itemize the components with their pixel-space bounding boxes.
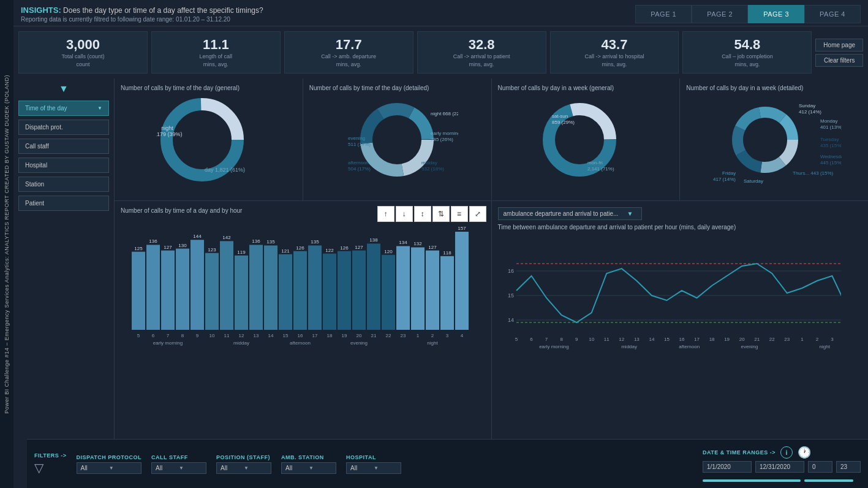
svg-text:1: 1 (801, 337, 804, 342)
filters-group: FILTERS -> ▽ (34, 452, 67, 475)
sort-both-button[interactable]: ↕ (414, 206, 431, 222)
page-4-btn[interactable]: PAGE 4 (804, 5, 861, 23)
svg-text:123: 123 (208, 247, 216, 253)
position-arrow-icon: ▼ (244, 465, 267, 471)
svg-rect-91 (338, 251, 351, 330)
station-select[interactable]: All ▼ (281, 462, 336, 474)
donut-detailed: night 668 (22%) early morning 785 (26%) … (309, 95, 485, 181)
sort-asc-button[interactable]: ↑ (377, 206, 394, 222)
hospital-filter[interactable]: Hospital (18, 158, 109, 173)
dispatch-protocol-filter[interactable]: Dispatch prot. (18, 120, 109, 135)
station-group: AMB. STATION All ▼ (281, 454, 336, 474)
page-3-btn[interactable]: PAGE 3 (748, 5, 804, 23)
header: INSIGHTS: Does the day type or time of a… (13, 0, 868, 26)
insights-label: INSIGHTS: (21, 6, 61, 15)
header-title: INSIGHTS: Does the day type or time of a… (21, 5, 263, 16)
svg-rect-64 (205, 253, 219, 330)
svg-text:417 (14%): 417 (14%) (713, 177, 736, 182)
svg-text:504 (17%): 504 (17%) (348, 166, 371, 172)
expand-button[interactable]: ⇅ (432, 206, 450, 222)
home-page-button[interactable]: Home page (815, 39, 863, 51)
donut-week-detailed: Sunday 412 (14%) Monday 401 (13%) Tuesda… (686, 95, 862, 181)
svg-text:511 (17%): 511 (17%) (348, 142, 371, 147)
svg-text:23: 23 (401, 333, 406, 338)
svg-text:134: 134 (399, 240, 407, 246)
patient-filter[interactable]: Patient (18, 196, 109, 211)
time-to-input[interactable] (836, 461, 861, 473)
kpi-job-completion-label: Call – job completionmins, avg. (690, 53, 804, 68)
fullscreen-button[interactable]: ⤢ (469, 206, 486, 222)
svg-rect-61 (191, 240, 204, 330)
svg-text:126: 126 (296, 245, 304, 251)
time-from-input[interactable] (808, 461, 832, 473)
svg-text:8: 8 (181, 333, 184, 338)
chart-metric-selector[interactable]: ambulance departure and arrival to patie… (498, 207, 643, 220)
callstaff-select[interactable]: All ▼ (151, 462, 206, 474)
svg-text:135: 135 (311, 240, 319, 245)
svg-rect-97 (367, 244, 380, 330)
svg-text:22: 22 (769, 337, 774, 342)
hospital-arrow-icon: ▼ (374, 465, 397, 471)
svg-rect-52 (146, 245, 160, 330)
filter-funnel-icon: ▽ (34, 460, 67, 475)
svg-text:17: 17 (694, 337, 700, 342)
svg-text:20: 20 (739, 337, 744, 342)
svg-text:3: 3 (446, 333, 449, 338)
footer: FILTERS -> ▽ DISPATCH PROTOCOL All ▼ CAL… (27, 439, 868, 488)
svg-text:Wednesday: Wednesday (820, 154, 842, 159)
clock-icon: 🕐 (798, 446, 811, 459)
header-subtitle: Reporting data is currently filtred to f… (21, 16, 263, 23)
bar-chart-panel: ↑ ↓ ↕ ⇅ ≡ ⤢ Number of calls by time of a… (115, 201, 492, 444)
menu-button[interactable]: ≡ (451, 206, 468, 222)
filters-label-row: FILTERS -> (34, 452, 67, 459)
dispatch-protocol-select[interactable]: All ▼ (77, 462, 142, 474)
dispatch-protocol-group: DISPATCH PROTOCOL All ▼ (77, 454, 142, 474)
station-footer-label: AMB. STATION (281, 454, 336, 460)
left-panel: ▼ Time of the day ▼ Dispatch prot. Call … (13, 78, 115, 444)
hospital-select[interactable]: All ▼ (346, 462, 401, 474)
svg-text:16: 16 (507, 268, 513, 274)
svg-text:early morning: early morning (153, 340, 183, 346)
station-filter[interactable]: Station (18, 177, 109, 192)
svg-rect-55 (161, 251, 175, 330)
dispatch-protocol-value: All (81, 465, 109, 471)
svg-point-35 (747, 122, 783, 158)
kpi-length-call: 11.1 Length of callmins, avg. (151, 31, 281, 74)
date-range-slider[interactable] (703, 479, 801, 482)
page-2-btn[interactable]: PAGE 2 (692, 5, 748, 23)
chart-week-detailed: Number of calls by day in a week (detail… (680, 78, 868, 200)
sort-desc-button[interactable]: ↓ (396, 206, 413, 222)
svg-rect-100 (382, 255, 395, 330)
svg-text:8: 8 (560, 337, 563, 342)
svg-rect-82 (293, 251, 307, 330)
line-chart-svg: 141516Max: 16.3Min: 13.95678910111213141… (498, 234, 841, 369)
svg-text:midday: midday (421, 160, 437, 166)
svg-text:2: 2 (431, 333, 434, 338)
position-select[interactable]: All ▼ (216, 462, 271, 474)
filters-label: FILTERS -> (34, 452, 67, 459)
page-1-btn[interactable]: PAGE 1 (635, 5, 692, 23)
svg-text:130: 130 (178, 243, 187, 248)
info-icon[interactable]: i (780, 446, 793, 459)
date-range-fill (703, 479, 801, 482)
svg-text:12: 12 (619, 337, 624, 342)
time-of-day-filter[interactable]: Time of the day ▼ (18, 101, 109, 116)
time-range-slider[interactable] (804, 479, 853, 482)
kpi-amb-departure-label: Call -> amb. departuremins, avg. (292, 53, 406, 68)
svg-text:midday: midday (233, 340, 249, 346)
svg-text:144: 144 (193, 234, 202, 239)
svg-text:night: night (427, 340, 438, 346)
svg-text:127: 127 (428, 245, 437, 250)
svg-text:13: 13 (633, 337, 639, 342)
svg-text:136: 136 (252, 239, 260, 245)
chart-week-detailed-title: Number of calls by day in a week (detail… (686, 85, 862, 91)
date-from-input[interactable] (703, 461, 752, 473)
clear-filters-button[interactable]: Clear filters (815, 54, 863, 67)
bottom-section: ↑ ↓ ↕ ⇅ ≡ ⤢ Number of calls by time of a… (115, 201, 868, 444)
svg-text:445 (15%): 445 (15%) (820, 160, 842, 166)
svg-text:11: 11 (603, 337, 609, 342)
call-staff-filter[interactable]: Call staff (18, 139, 109, 154)
date-range-group: DATE & TIME RANGES -> i 🕐 (703, 446, 861, 482)
callstaff-arrow-icon: ▼ (179, 465, 202, 471)
date-to-input[interactable] (755, 461, 804, 473)
